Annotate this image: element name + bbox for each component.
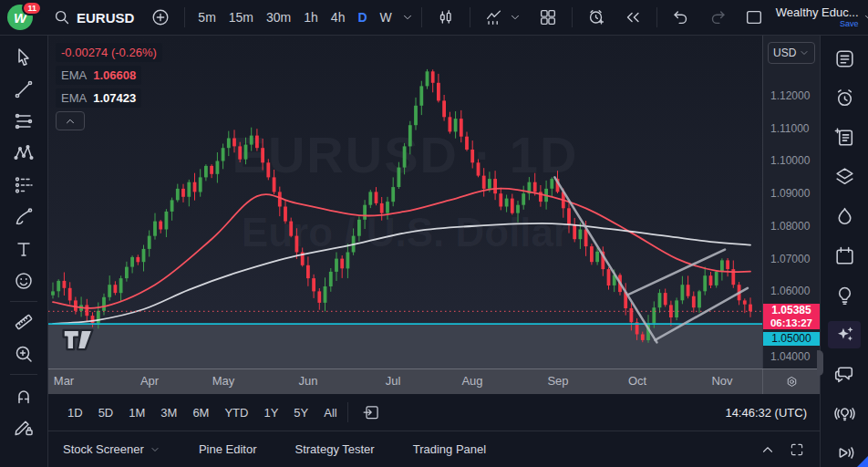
tool-fib-retracement[interactable] [6, 107, 41, 136]
bottom-tab-pine-editor[interactable]: Pine Editor [199, 442, 257, 456]
tradingview-logo[interactable] [61, 327, 96, 356]
go-to-date-button[interactable] [359, 400, 383, 424]
maximize-panel-icon[interactable] [789, 441, 805, 458]
live-streams-icon [833, 441, 856, 464]
tool-emoji[interactable] [6, 266, 41, 296]
ruler-icon [13, 311, 35, 333]
panel-collapse-handle[interactable] [817, 350, 823, 376]
ema-line-0 [53, 189, 750, 308]
plus-circle-icon [150, 7, 170, 27]
indicator-row-1[interactable]: EMA1.07423 [56, 88, 141, 108]
bottom-tab-trading-panel[interactable]: Trading Panel [413, 442, 486, 456]
tool-brush[interactable] [6, 202, 41, 232]
timeframe-list: 5m15m30m1h4hDW [192, 6, 397, 28]
chevron-down-icon[interactable] [863, 11, 868, 24]
range-5Y[interactable]: 5Y [287, 401, 315, 424]
tool-draw-lock[interactable] [6, 412, 41, 441]
brush-icon [13, 206, 35, 228]
user-menu-button[interactable]: W 11 [5, 3, 42, 32]
indicator-label: EMA [61, 68, 87, 82]
sidebar-live-streams-button[interactable] [828, 440, 861, 467]
timeframe-W[interactable]: W [375, 6, 398, 28]
ema-line-1 [53, 223, 750, 324]
bottom-tab-stock-screener[interactable]: Stock Screener [63, 442, 160, 456]
tool-cursor[interactable] [6, 43, 41, 72]
scale-settings-button[interactable] [762, 369, 820, 394]
undo-icon [671, 7, 691, 27]
toolbar-divider [347, 402, 348, 422]
sidebar-ideas-button[interactable] [828, 282, 861, 309]
chart-style-button[interactable] [429, 4, 462, 31]
range-6M[interactable]: 6M [186, 401, 215, 424]
tool-ruler[interactable] [6, 307, 41, 337]
layout-name-button[interactable]: Wealthy Educ... Save [776, 6, 859, 28]
range-1M[interactable]: 1M [122, 401, 151, 424]
range-1D[interactable]: 1D [61, 401, 89, 424]
xabcd-pattern-icon [13, 142, 35, 164]
last-price-badge: 1.05385 06:13:27 [763, 304, 820, 329]
tool-magnet[interactable] [6, 380, 41, 410]
timeframe-D[interactable]: D [352, 6, 372, 28]
layout-select-button[interactable] [738, 4, 770, 31]
timeframe-15m[interactable]: 15m [223, 6, 259, 28]
redo-button[interactable] [701, 4, 734, 31]
legend-collapse-button[interactable] [56, 111, 85, 130]
timeframe-30m[interactable]: 30m [261, 6, 296, 28]
timeframe-5m[interactable]: 5m [192, 6, 221, 28]
emoji-icon [13, 270, 35, 292]
month-tick-Aug: Aug [461, 374, 482, 388]
toolbar-divider [184, 7, 185, 27]
tool-text[interactable] [6, 234, 41, 264]
layout-name: Wealthy Educ... [776, 6, 859, 18]
tool-forecast[interactable] [6, 171, 41, 200]
sidebar-ideas-stream-button[interactable] [828, 400, 861, 427]
indicator-row-0[interactable]: EMA1.06608 [56, 66, 141, 85]
symbol-search-button[interactable]: EURUSD [46, 4, 140, 31]
sidebar-watchlist-button[interactable] [828, 45, 861, 72]
sidebar-alerts-button[interactable] [828, 84, 861, 111]
chart-canvas[interactable]: EURUSD · 1D Euro / U.S. Dollar -0.00274 … [48, 36, 762, 368]
tradingview-window: W 11 EURUSD 5m15m30m1h4hDW [0, 0, 868, 467]
layout-grid-icon [538, 7, 558, 27]
tool-trend-line[interactable] [6, 75, 41, 104]
price-tick-1.11000: 1.11000 [770, 121, 810, 136]
range-1Y[interactable]: 1Y [257, 401, 284, 424]
create-alert-button[interactable] [580, 4, 613, 31]
tool-xabcd-pattern[interactable] [6, 139, 41, 168]
sidebar-hotlists-button[interactable] [828, 202, 861, 230]
chevron-down-icon [150, 444, 160, 455]
bar-replay-button[interactable] [616, 4, 649, 31]
range-YTD[interactable]: YTD [218, 401, 254, 424]
sidebar-calendar-button[interactable] [828, 242, 861, 269]
bottom-tab-strategy-tester[interactable]: Strategy Tester [294, 442, 374, 456]
price-scale[interactable]: USD 1.120001.110001.100001.090001.080001… [762, 36, 820, 368]
undo-button[interactable] [665, 4, 698, 31]
descending-trendline[interactable] [554, 177, 656, 342]
month-tick-Jun: Jun [299, 374, 318, 388]
below-alert-band [48, 324, 762, 368]
clock-utc[interactable]: 14:46:32 (UTC) [725, 406, 807, 420]
month-tick-May: May [212, 374, 235, 388]
chevron-down-icon[interactable] [401, 11, 414, 24]
sidebar-chat-button[interactable] [828, 360, 861, 388]
save-label[interactable]: Save [840, 20, 859, 28]
timeframe-4h[interactable]: 4h [326, 6, 351, 28]
compare-add-symbol-button[interactable] [144, 4, 177, 31]
range-3M[interactable]: 3M [154, 401, 183, 424]
range-All[interactable]: All [317, 401, 343, 424]
sidebar-ai-assistant-button[interactable] [828, 321, 861, 348]
currency-select[interactable]: USD [768, 42, 815, 64]
fib-retracement-icon [13, 110, 35, 132]
timeframe-1h[interactable]: 1h [298, 6, 324, 28]
layout-grid-button[interactable] [532, 4, 564, 31]
sidebar-object-tree-button[interactable] [828, 163, 861, 191]
replay-icon [623, 7, 643, 27]
ideas-icon [833, 284, 856, 306]
range-5D[interactable]: 5D [92, 401, 120, 424]
sidebar-journal-button[interactable] [828, 124, 861, 151]
indicators-button[interactable] [478, 4, 528, 31]
open-panel-chevron-up-icon[interactable] [760, 441, 776, 458]
tool-zoom-in[interactable] [6, 339, 41, 368]
time-axis[interactable]: MarAprMayJunJulAugSepOctNov [48, 368, 820, 394]
price-tick-1.08000: 1.08000 [770, 219, 810, 234]
